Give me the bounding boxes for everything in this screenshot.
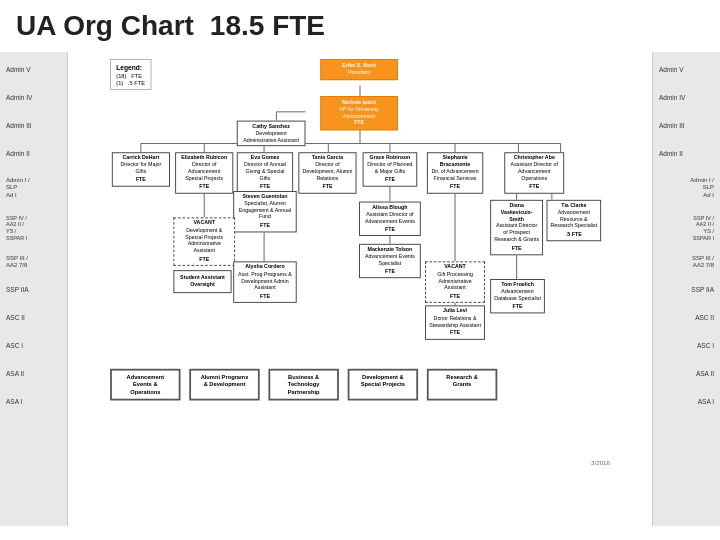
- header: UA Org Chart 18.5 FTE: [0, 0, 720, 52]
- cat3-label: Business &TechnologyPartnership: [273, 374, 335, 396]
- fte-count: 18.5 FTE: [210, 10, 325, 42]
- president-box: Erika D. Bock President: [320, 59, 397, 80]
- sidebar-row-ssp-iv-right: SSP IV /AA2 II /YS /SSPAR I: [655, 208, 718, 248]
- cat2-label: Alumni Programs& Development: [194, 374, 256, 389]
- student-box: Student Assistant Oversight: [173, 270, 231, 293]
- category-box-5: Research &Grants: [427, 369, 497, 401]
- mackenzie-title: Advancement Events Specialist: [363, 253, 418, 267]
- sidebar-row-asc-ii-right: ASC II: [655, 304, 718, 332]
- dr5-fte: FTE: [366, 177, 414, 184]
- sidebar-row-admin-v-left: Admin V: [2, 56, 65, 84]
- alysha-name: Alysha Cordero: [237, 264, 293, 271]
- sidebar-row-asc-i-right: ASC I: [655, 332, 718, 360]
- sidebar-row-admin-ii-right: Admin II: [655, 140, 718, 168]
- admin-assistant-title: Development Administrative Assistant: [240, 130, 302, 144]
- sidebar-row-admin-iv-right: Admin IV: [655, 84, 718, 112]
- dr6-title: Dir. of Advancement Financial Services: [430, 169, 479, 183]
- sidebar-row-asa-i-left: ASA I: [2, 388, 65, 416]
- sidebar-row-admin-iv-left: Admin IV: [2, 84, 65, 112]
- sidebar-row-ssp-iia-right: SSP IIA: [655, 276, 718, 304]
- sidebar-right: Admin V Admin IV Admin III Admin II Admi…: [652, 52, 720, 526]
- direct-report-4: Tania Garcia Director of Development, Al…: [298, 152, 356, 193]
- direct-report-5: Grace Robinson Director of Planned & Maj…: [363, 152, 418, 186]
- sidebar-row-admin-iii-left: Admin III: [2, 112, 65, 140]
- direct-report-6: Stephanie Bracamonte Dir. of Advancement…: [427, 152, 483, 193]
- category-box-1: AdvancementEvents &Operations: [110, 369, 180, 401]
- dr1-name: Carrick DeHart: [115, 155, 166, 162]
- page-title: UA Org Chart: [16, 10, 194, 42]
- direct-report-1: Carrick DeHart Director for Major Gifts …: [112, 152, 170, 186]
- sidebar-row-admin-ii-left: Admin II: [2, 140, 65, 168]
- alissa-box: Alissa Blough Assistant Director of Adva…: [359, 202, 421, 236]
- legend: Legend: (18) FTE (1) .5 FTE: [110, 59, 151, 90]
- sidebar-left: Admin V Admin IV Admin III Admin II Admi…: [0, 52, 68, 526]
- vacant-dev-box: VACANT Development & Special Projects Ad…: [173, 217, 235, 265]
- sidebar-row-admin-iii-right: Admin III: [655, 112, 718, 140]
- diana-title: Assistant Director of Prospect Research …: [494, 223, 540, 244]
- category-box-4: Development &Special Projects: [348, 369, 418, 401]
- sidebar-row-asc-ii-left: ASC II: [2, 304, 65, 332]
- dr2-title: Director of Advancement Special Projects: [179, 162, 230, 183]
- mackenzie-fte: FTE: [363, 269, 418, 276]
- cat5-label: Research &Grants: [431, 374, 493, 389]
- legend-title: Legend:: [116, 63, 145, 71]
- category-box-2: Alumni Programs& Development: [189, 369, 259, 401]
- sidebar-row-admin-v-right: Admin V: [655, 56, 718, 84]
- direct-report-7: Christopher Abe Assistant Director of Ad…: [504, 152, 564, 193]
- alysha-fte: FTE: [237, 293, 293, 300]
- date-stamp: 3/2016: [591, 459, 610, 465]
- diana-fte: FTE: [494, 245, 540, 252]
- vacant-gift-box: VACANT Gift Processing Administrative As…: [425, 261, 485, 302]
- sidebar-row-asa-ii-left: ASA II: [2, 360, 65, 388]
- tia-fte: .5 FTE: [550, 232, 598, 239]
- sidebar-row-ssp-iii-left: SSP III /AA2 7/8: [2, 248, 65, 276]
- cat1-label: AdvancementEvents &Operations: [114, 374, 176, 396]
- org-chart-area: Legend: (18) FTE (1) .5 FTE Erika D. Boc…: [68, 52, 652, 526]
- steven-name: Steven Guentolan: [237, 194, 293, 201]
- sidebar-row-admin-i-left: Admin I /SLPAd I: [2, 168, 65, 208]
- dr7-name: Christopher Abe: [508, 155, 561, 162]
- tom-fte: FTE: [494, 304, 542, 311]
- tom-box: Tom Froelich Advancement Database Specia…: [490, 279, 545, 313]
- tia-title: Advancement Resource & Research Speciali…: [550, 209, 598, 230]
- julia-fte: FTE: [429, 330, 482, 337]
- dr6-fte: FTE: [430, 184, 479, 191]
- dr3-fte: FTE: [240, 184, 289, 191]
- tom-name: Tom Froelich: [494, 282, 542, 289]
- admin-assistant-box: Cathy Sanchez Development Administrative…: [237, 121, 306, 147]
- student-label: Student Assistant Oversight: [177, 275, 228, 289]
- tia-name: Tia Clarke: [550, 202, 598, 209]
- dr3-name: Eva Gomez: [240, 155, 289, 162]
- vp-name: Nichole Ipach: [325, 100, 394, 107]
- alissa-fte: FTE: [363, 227, 418, 234]
- cat4-label: Development &Special Projects: [352, 374, 414, 389]
- diana-name: Diana Vaskevicuis-Smith: [494, 202, 540, 223]
- direct-report-3: Eva Gomez Director of Annual Giving & Sp…: [237, 152, 293, 193]
- dr1-title: Director for Major Gifts: [115, 162, 166, 176]
- julia-box: Julia Levi Donor Relations & Stewardship…: [425, 305, 485, 339]
- vp-box: Nichole Ipach VP for University Advancem…: [320, 96, 397, 130]
- vacant-dev-title: Development & Special Projects Administr…: [177, 227, 232, 254]
- admin-assistant-name: Cathy Sanchez: [240, 123, 302, 130]
- steven-box: Steven Guentolan Specialist, Alumni Enga…: [233, 191, 296, 232]
- mackenzie-name: Mackenzie Tolson: [363, 246, 418, 253]
- dr1-fte: FTE: [115, 177, 166, 184]
- dr2-name: Elizabeth Rubicon: [179, 155, 230, 162]
- sidebar-row-ssp-iii-right: SSP III /AA2 7/8: [655, 248, 718, 276]
- vacant-gift-name: VACANT: [429, 264, 482, 271]
- mackenzie-box: Mackenzie Tolson Advancement Events Spec…: [359, 244, 421, 278]
- dr5-name: Grace Robinson: [366, 155, 414, 162]
- alissa-name: Alissa Blough: [363, 204, 418, 211]
- dr5-title: Director of Planned & Major Gifts: [366, 162, 414, 176]
- dr4-name: Tania Garcia: [302, 155, 353, 162]
- sidebar-row-admin-i-right: Admin I /SLPAd I: [655, 168, 718, 208]
- dr4-fte: FTE: [302, 184, 353, 191]
- alysha-box: Alysha Cordero Asst. Prog Programs & Dev…: [233, 261, 296, 302]
- vp-title: VP for University Advancement: [325, 106, 394, 120]
- vp-fte: FTE: [325, 120, 394, 127]
- sidebar-row-asc-i-left: ASC I: [2, 332, 65, 360]
- julia-name: Julia Levi: [429, 308, 482, 315]
- alissa-title: Assistant Director of Advancement Events: [363, 211, 418, 225]
- president-name: Erika D. Bock: [325, 63, 394, 70]
- dr4-title: Director of Development, Alumni Relation…: [302, 162, 353, 183]
